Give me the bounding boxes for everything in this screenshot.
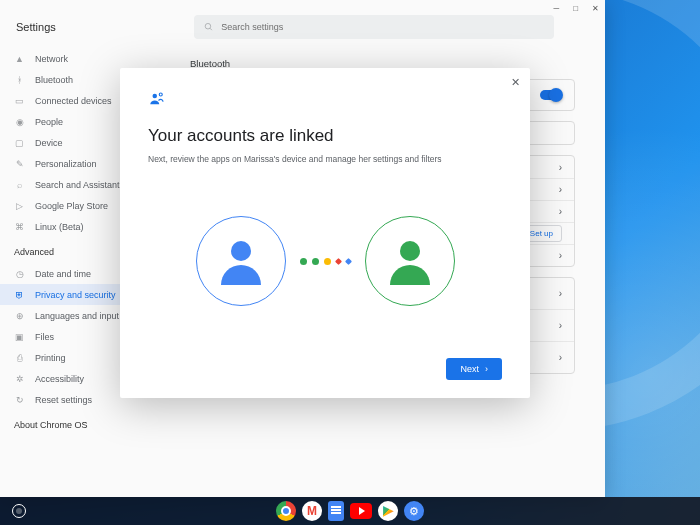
youtube-app-icon[interactable] (350, 503, 372, 519)
settings-app-icon[interactable]: ⚙ (404, 501, 424, 521)
dialog-title: Your accounts are linked (148, 126, 502, 146)
play-store-app-icon[interactable] (378, 501, 398, 521)
chrome-shelf: M ⚙ (0, 497, 700, 525)
docs-app-icon[interactable] (328, 501, 344, 521)
parent-avatar (196, 216, 286, 306)
link-dots (300, 258, 351, 265)
child-avatar (365, 216, 455, 306)
accounts-linked-dialog: ✕ Your accounts are linked Next, review … (120, 68, 530, 398)
next-button[interactable]: Next › (446, 358, 502, 380)
supervised-user-icon (148, 90, 502, 112)
close-dialog-button[interactable]: ✕ (511, 76, 520, 89)
svg-point-2 (153, 94, 158, 99)
svg-point-3 (159, 93, 162, 96)
chrome-app-icon[interactable] (276, 501, 296, 521)
link-visual (148, 164, 502, 358)
dialog-subtitle: Next, review the apps on Marissa's devic… (148, 154, 502, 164)
launcher-button[interactable] (12, 504, 26, 518)
gmail-app-icon[interactable]: M (302, 501, 322, 521)
chevron-right-icon: › (485, 364, 488, 374)
